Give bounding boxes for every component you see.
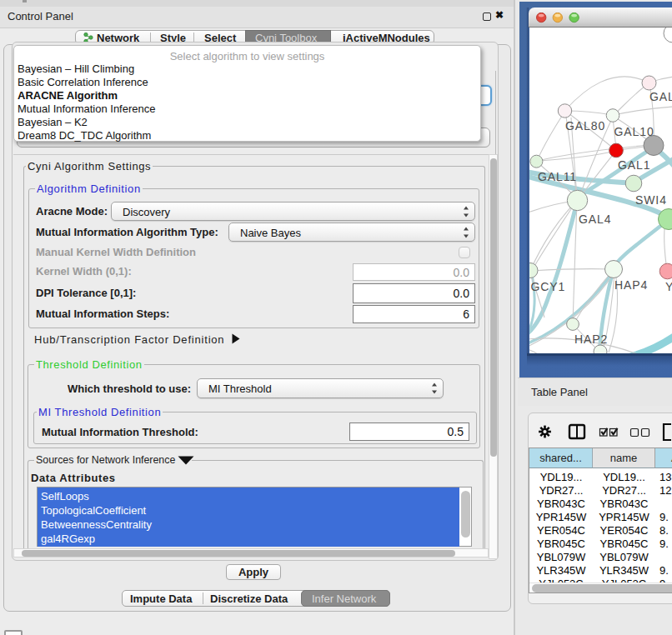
svg-text:Y: Y: [665, 280, 672, 293]
svg-text:GAL80: GAL80: [565, 119, 605, 132]
svg-text:GCY1: GCY1: [531, 280, 566, 293]
svg-text:GAL: GAL: [649, 90, 672, 103]
svg-text:GAL4: GAL4: [579, 212, 611, 226]
svg-text:SWI4: SWI4: [635, 193, 667, 207]
svg-text:HAP2: HAP2: [574, 332, 608, 346]
svg-text:GAL11: GAL11: [538, 170, 577, 183]
svg-text:HAP4: HAP4: [614, 278, 648, 292]
svg-text:GAL10: GAL10: [614, 125, 654, 138]
svg-text:GAL1: GAL1: [618, 158, 650, 172]
